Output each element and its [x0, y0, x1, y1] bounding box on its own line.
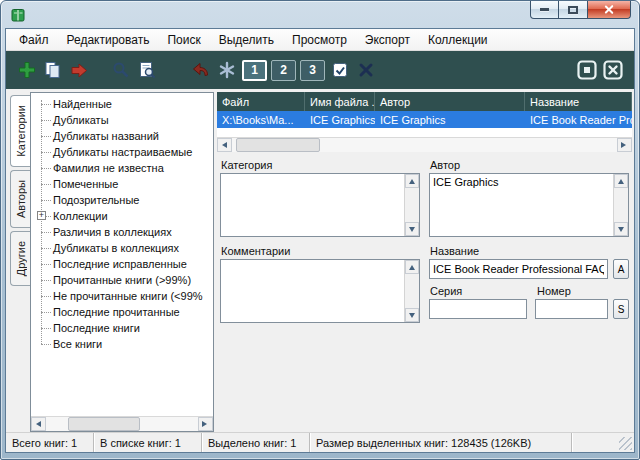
menu-view[interactable]: Просмотр	[283, 31, 356, 49]
scroll-down-button[interactable]	[405, 222, 419, 236]
scroll-thumb[interactable]	[236, 138, 320, 152]
scroll-track[interactable]	[46, 417, 198, 431]
view-mode-3-button[interactable]: 3	[300, 60, 325, 81]
copy-icon	[43, 60, 63, 80]
scroll-thumb[interactable]	[68, 417, 140, 431]
undo-icon	[191, 60, 211, 80]
expand-icon[interactable]: +	[37, 211, 46, 220]
column-header-file[interactable]: Файл	[217, 92, 305, 111]
cell-author: ICE Graphics	[375, 114, 525, 126]
column-header-filename[interactable]: Имя файла ...	[305, 92, 375, 111]
menu-export[interactable]: Экспорт	[356, 31, 419, 49]
search-button[interactable]	[108, 57, 134, 83]
comments-label: Комментарии	[221, 245, 420, 257]
table-hscrollbar[interactable]	[217, 137, 632, 152]
tree-item-collections[interactable]: + Коллекции	[33, 208, 211, 224]
tree-item[interactable]: Дубликаты названий	[33, 128, 211, 144]
table-header: Файл Имя файла ... Автор Название	[217, 92, 632, 111]
tree-item[interactable]: Прочитанные книги (>99%)	[33, 272, 211, 288]
menubar: Файл Редактировать Поиск Выделить Просмо…	[6, 29, 634, 51]
asterisk-icon	[217, 60, 237, 80]
copy-button[interactable]	[40, 57, 66, 83]
tree-item[interactable]: Найденные	[33, 96, 211, 112]
series-input[interactable]	[429, 299, 527, 319]
close-icon	[604, 4, 615, 15]
scroll-right-button[interactable]	[617, 138, 632, 152]
category-tree-panel: Найденные Дубликаты Дубликаты названий Д…	[30, 92, 214, 432]
scroll-up-icon	[409, 179, 415, 184]
scroll-up-button[interactable]	[405, 174, 419, 188]
scroll-right-button[interactable]	[198, 417, 213, 431]
view-mode-1-button[interactable]: 1	[242, 60, 267, 81]
scroll-track[interactable]	[232, 138, 617, 152]
scroll-up-button[interactable]	[405, 260, 419, 274]
comments-vscrollbar[interactable]	[404, 260, 419, 322]
tree-item[interactable]: Все книги	[33, 336, 211, 352]
scroll-down-button[interactable]	[405, 308, 419, 322]
titlebar[interactable]	[1, 1, 639, 28]
category-vscrollbar[interactable]	[404, 174, 419, 236]
table-row-selected[interactable]: X:\Books\Ma... ICE Graphics... ICE Graph…	[217, 111, 632, 128]
column-header-author[interactable]: Автор	[375, 92, 525, 111]
tree-item[interactable]: Подозрительные	[33, 192, 211, 208]
tree-item[interactable]: Дубликаты	[33, 112, 211, 128]
minimize-button[interactable]	[530, 1, 559, 19]
scroll-left-button[interactable]	[217, 138, 232, 152]
asterisk-button[interactable]	[214, 57, 240, 83]
comments-input[interactable]	[221, 260, 404, 322]
view-mode-2-button[interactable]: 2	[271, 60, 296, 81]
title-input[interactable]	[429, 259, 608, 279]
menu-collections[interactable]: Коллекции	[419, 31, 497, 49]
scroll-down-icon	[409, 313, 415, 318]
category-input[interactable]	[221, 174, 404, 236]
add-book-button[interactable]	[14, 57, 40, 83]
tree-item[interactable]: Помеченные	[33, 176, 211, 192]
column-header-title[interactable]: Название	[525, 92, 632, 111]
sidebar-tab-authors[interactable]: Авторы	[10, 170, 30, 228]
number-input[interactable]	[535, 299, 608, 319]
book-details-form: Категория Комментарии	[217, 152, 632, 432]
menu-search[interactable]: Поиск	[158, 31, 209, 49]
status-list-books: В списке книг: 1	[94, 433, 202, 452]
restore-panel-button[interactable]	[574, 57, 600, 83]
close-panel-button[interactable]	[600, 57, 626, 83]
tree-item[interactable]: Дубликаты настраиваемые	[33, 144, 211, 160]
close-panel-icon	[602, 59, 624, 81]
menu-select[interactable]: Выделить	[210, 31, 283, 49]
scroll-up-icon	[409, 265, 415, 270]
undo-button[interactable]	[188, 57, 214, 83]
sidebar-tab-categories[interactable]: Категории	[10, 95, 30, 167]
author-vscrollbar[interactable]	[613, 174, 628, 236]
tree-item[interactable]: Различия в коллекциях	[33, 224, 211, 240]
menu-file[interactable]: Файл	[10, 31, 58, 49]
table-empty-area	[217, 128, 632, 137]
series-side-button[interactable]: S	[613, 299, 629, 319]
title-side-button[interactable]: A	[613, 259, 629, 279]
tree-item[interactable]: Фамилия не известна	[33, 160, 211, 176]
export-button[interactable]	[66, 57, 92, 83]
resize-grip[interactable]	[619, 437, 632, 450]
scroll-down-button[interactable]	[614, 222, 628, 236]
delete-icon	[356, 60, 376, 80]
window-controls	[530, 1, 631, 19]
scroll-down-icon	[618, 227, 624, 232]
tree-item[interactable]: Дубликаты в коллекциях	[33, 240, 211, 256]
scroll-left-icon	[36, 421, 41, 427]
tree-item[interactable]: Последние книги	[33, 320, 211, 336]
scroll-left-button[interactable]	[31, 417, 46, 431]
check-button[interactable]	[327, 57, 353, 83]
search-document-button[interactable]	[134, 57, 160, 83]
author-input[interactable]: ICE Graphics	[430, 174, 613, 236]
status-total-books: Всего книг: 1	[6, 433, 94, 452]
tree-item[interactable]: Последние исправленные	[33, 256, 211, 272]
scroll-up-button[interactable]	[614, 174, 628, 188]
tree-hscrollbar[interactable]	[31, 416, 213, 431]
delete-button[interactable]	[353, 57, 379, 83]
sidebar-tab-others[interactable]: Другие	[10, 231, 30, 286]
tree-item[interactable]: Последние прочитанные	[33, 304, 211, 320]
app-icon	[10, 7, 26, 23]
maximize-button[interactable]	[559, 1, 587, 19]
menu-edit[interactable]: Редактировать	[58, 31, 159, 49]
close-button[interactable]	[587, 1, 631, 19]
tree-item[interactable]: Не прочитанные книги (<99%	[33, 288, 211, 304]
